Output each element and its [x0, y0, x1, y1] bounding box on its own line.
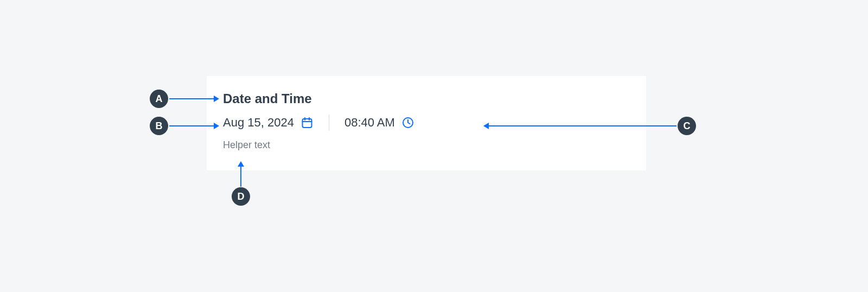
field-divider: [329, 115, 329, 131]
annotation-marker-c: C: [678, 117, 696, 135]
component-title: Date and Time: [223, 91, 630, 107]
annotation-marker-b-label: B: [156, 121, 163, 131]
annotation-arrowhead-c: [483, 123, 489, 129]
annotation-marker-b: B: [150, 117, 168, 135]
time-field[interactable]: 08:40 AM: [344, 116, 414, 129]
clock-icon[interactable]: [401, 116, 414, 129]
annotation-marker-a-label: A: [156, 94, 163, 104]
date-value: Aug 15, 2024: [223, 117, 294, 129]
annotation-arrowhead-b: [214, 123, 219, 129]
annotation-marker-d-label: D: [238, 192, 245, 201]
annotation-arrow-c: [489, 125, 676, 126]
annotation-arrowhead-a: [214, 96, 219, 102]
annotation-arrow-d: [240, 167, 241, 187]
annotation-marker-c-label: C: [684, 121, 691, 131]
calendar-icon[interactable]: [301, 116, 314, 129]
time-value: 08:40 AM: [344, 117, 395, 129]
annotation-arrowhead-d: [238, 161, 244, 167]
date-field[interactable]: Aug 15, 2024: [223, 116, 314, 129]
svg-rect-0: [302, 119, 311, 128]
fields-row: Aug 15, 2024 08:40 AM: [223, 115, 630, 131]
annotation-arrow-a: [169, 98, 214, 99]
annotation-arrow-b: [169, 125, 214, 126]
annotation-marker-d: D: [232, 187, 250, 206]
annotation-marker-a: A: [150, 90, 168, 108]
datetime-component-card: Date and Time Aug 15, 2024 08:40 AM: [207, 76, 646, 170]
helper-text: Helper text: [223, 139, 630, 151]
